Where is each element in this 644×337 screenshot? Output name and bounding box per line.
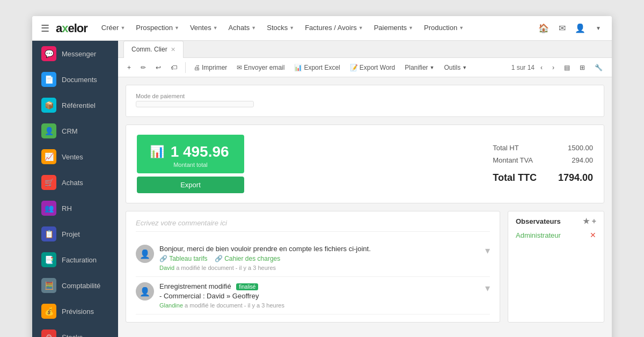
sidebar-item-rh[interactable]: 👥 RH xyxy=(32,195,118,221)
nav-menu-item-stocks[interactable]: Stocks▼ xyxy=(261,16,299,41)
toolbar-right: 1 sur 14 ‹ › ▤ ⊞ 🔧 xyxy=(511,62,606,73)
sidebar-item-documents[interactable]: 📄 Documents xyxy=(32,67,118,92)
tag-button[interactable]: 🏷 xyxy=(167,62,181,73)
sidebar-icon: 📑 xyxy=(41,252,56,267)
tab-close-icon[interactable]: ✕ xyxy=(171,46,175,53)
word-icon: 📝 xyxy=(350,64,358,71)
print-icon: 🖨 xyxy=(194,64,200,71)
comment-expand-2[interactable]: ▾ xyxy=(485,282,490,309)
add-button[interactable]: + xyxy=(123,62,135,73)
comments-card: Ecrivez votre commentaire ici 👤 Bonjour,… xyxy=(126,211,500,323)
amount-label: Montant total xyxy=(150,162,231,168)
add-observer-icon[interactable]: + xyxy=(592,217,596,225)
edit-button[interactable]: ✏ xyxy=(137,62,150,73)
sidebar-label: Messenger xyxy=(62,50,96,58)
sidebar-item-achats[interactable]: 🛒 Achats xyxy=(32,170,118,195)
planifier-button[interactable]: Planifier ▼ xyxy=(401,62,438,73)
observer-item: Administrateur ✕ xyxy=(516,231,596,239)
sidebar-label: Prévisions xyxy=(62,307,94,316)
next-page-button[interactable]: › xyxy=(548,62,558,73)
avatar-1: 👤 xyxy=(136,245,154,263)
word-button[interactable]: 📝 Export Word xyxy=(346,62,399,73)
grid-view-button[interactable]: ⊞ xyxy=(576,62,589,73)
totals-right: Total HT 1500.00 Montant TVA 294.00 Tota… xyxy=(493,142,593,186)
undo-button[interactable]: ↩ xyxy=(152,62,165,73)
excel-icon: 📊 xyxy=(294,64,302,71)
payment-mode-value[interactable] xyxy=(136,101,254,107)
total-ttc-row: Total TTC 1794.00 xyxy=(493,169,593,186)
attachment-tableau-tarifs[interactable]: Tableau tarifs xyxy=(169,255,207,262)
attachment-cahier-des-charges[interactable]: Cahier des charges xyxy=(224,255,280,262)
paperclip-icon: 🔗 xyxy=(159,255,167,262)
sidebar-item-stocks[interactable]: ⚙ Stocks xyxy=(32,324,118,337)
nav-menu-item-production[interactable]: Production▼ xyxy=(419,16,469,41)
list-view-button[interactable]: ▤ xyxy=(560,62,574,73)
sidebar-label: Projet xyxy=(62,230,80,238)
sidebar-item-référentiel[interactable]: 📦 Référentiel xyxy=(32,92,118,118)
prev-page-button[interactable]: ‹ xyxy=(537,62,546,73)
dropdown-arrow-icon[interactable]: ▼ xyxy=(590,20,606,36)
star-icon[interactable]: ★ xyxy=(583,217,590,225)
payment-mode-label: Mode de paiement xyxy=(136,93,594,99)
observers-actions: ★ + xyxy=(583,217,596,225)
comment-item-2: 👤 Enregistrement modifié finalisé - Comm… xyxy=(136,277,490,314)
nav-menu-item-achats[interactable]: Achats▼ xyxy=(223,16,262,41)
comment-placeholder[interactable]: Ecrivez votre commentaire ici xyxy=(136,219,490,232)
amount-row: 📊 1 495.96 xyxy=(150,143,231,160)
form-scroll: Mode de paiement 📊 1 495.96 Montant tota… xyxy=(118,77,612,337)
sidebar-item-crm[interactable]: 👤 CRM xyxy=(32,118,118,144)
sidebar-item-ventes[interactable]: 📈 Ventes xyxy=(32,144,118,170)
excel-button[interactable]: 📊 Export Excel xyxy=(290,62,343,73)
comment-author-link-1[interactable]: David xyxy=(159,265,174,271)
email-button[interactable]: ✉ Envoyer email xyxy=(233,62,288,73)
app-window: ☰ axelor Créer▼Prospection▼Ventes▼Achats… xyxy=(32,16,612,337)
nav-menu-item-crer[interactable]: Créer▼ xyxy=(96,16,130,41)
sidebar-icon: 📦 xyxy=(41,98,56,113)
export-button[interactable]: Export xyxy=(137,177,244,193)
comment-item: 👤 Bonjour, merci de bien vouloir prendre… xyxy=(136,239,490,277)
nav-menu-item-prospection[interactable]: Prospection▼ xyxy=(130,16,185,41)
nav-menu-item-facturesavoirs[interactable]: Factures / Avoirs▼ xyxy=(299,16,369,41)
sidebar-icon: 📈 xyxy=(41,149,56,164)
sidebar-item-comptabilité[interactable]: 🧮 Comptabilité xyxy=(32,273,118,298)
settings-icon-button[interactable]: 🔧 xyxy=(591,62,606,73)
menu-arrow-icon: ▼ xyxy=(408,25,413,31)
observer-name[interactable]: Administrateur xyxy=(516,231,561,239)
sidebar-icon: 🧮 xyxy=(41,278,56,293)
tab-label: Comm. Clier xyxy=(131,46,167,53)
mail-icon[interactable]: ✉ xyxy=(554,20,570,36)
home-icon[interactable]: 🏠 xyxy=(536,20,552,36)
sidebar-label: Référentiel xyxy=(62,101,96,109)
hamburger-menu[interactable]: ☰ xyxy=(38,20,53,36)
remove-observer-icon[interactable]: ✕ xyxy=(590,231,596,239)
avatar-2: 👤 xyxy=(136,282,154,301)
sidebar-icon: ⚙ xyxy=(41,329,56,337)
outils-button[interactable]: Outils ▼ xyxy=(441,62,471,73)
total-ttc-label: Total TTC xyxy=(493,169,537,186)
sidebar: 💬 Messenger 📄 Documents 📦 Référentiel 👤 … xyxy=(32,41,118,337)
total-ht-label: Total HT xyxy=(493,142,518,154)
planifier-arrow-icon: ▼ xyxy=(430,65,435,70)
amount-widget-wrapper: 📊 1 495.96 Montant total Export xyxy=(137,135,244,193)
observers-header: Observateurs ★ + xyxy=(516,217,596,225)
user-icon[interactable]: 👤 xyxy=(572,20,588,36)
separator xyxy=(185,62,186,73)
tab-comm-client[interactable]: Comm. Clier ✕ xyxy=(123,41,184,58)
comment-expand-1[interactable]: ▾ xyxy=(485,245,490,271)
sidebar-item-projet[interactable]: 📋 Projet xyxy=(32,221,118,247)
print-button[interactable]: 🖨 Imprimer xyxy=(190,62,231,73)
total-ht-value: 1500.00 xyxy=(568,142,593,154)
nav-menu-item-paiements[interactable]: Paiements▼ xyxy=(369,16,419,41)
sidebar-item-messenger[interactable]: 💬 Messenger xyxy=(32,41,118,67)
nav-menu-item-ventes[interactable]: Ventes▼ xyxy=(185,16,223,41)
menu-arrow-icon: ▼ xyxy=(174,25,179,31)
sidebar-item-facturation[interactable]: 📑 Facturation xyxy=(32,247,118,273)
comment-meta-2: Glandine a modifié le document - il y a … xyxy=(159,302,480,309)
sidebar-label: RH xyxy=(62,204,72,213)
outils-arrow-icon: ▼ xyxy=(462,65,467,70)
menu-arrow-icon: ▼ xyxy=(459,25,464,31)
comment-author-link-2[interactable]: Glandine xyxy=(159,302,183,309)
sidebar-item-prévisions[interactable]: 💰 Prévisions xyxy=(32,298,118,324)
sidebar-label: Comptabilité xyxy=(62,282,100,290)
comment-text-1: Bonjour, merci de bien vouloir prendre e… xyxy=(159,245,480,253)
